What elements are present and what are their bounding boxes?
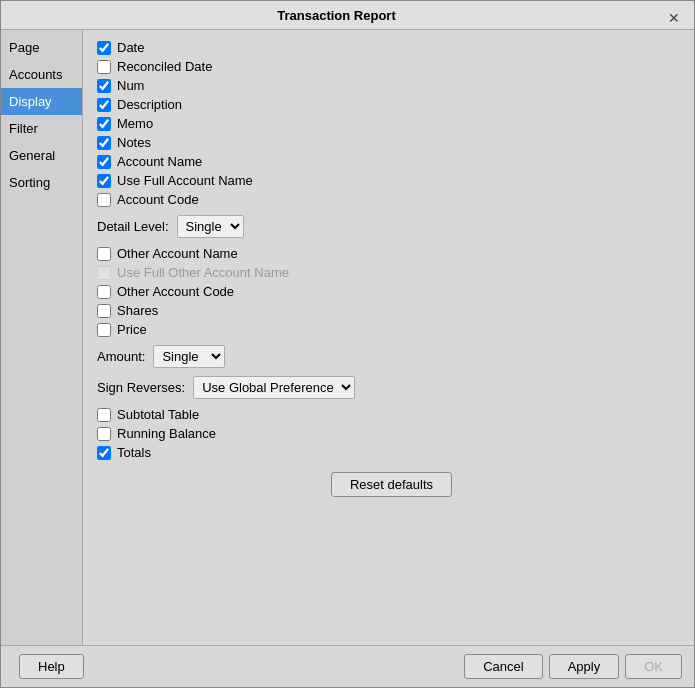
close-button[interactable]: ✕ <box>650 7 686 23</box>
sidebar-item-sorting[interactable]: Sorting <box>1 169 82 196</box>
checkbox-row-subtotal-table: Subtotal Table <box>97 407 680 422</box>
checkbox-row-num: Num <box>97 78 680 93</box>
detail-level-row: Detail Level:SingleMulti <box>97 215 680 238</box>
checkbox-date[interactable] <box>97 41 111 55</box>
checkbox-label: Reconciled Date <box>117 59 212 74</box>
checkbox-label: Account Code <box>117 192 199 207</box>
checkbox-price[interactable] <box>97 323 111 337</box>
checkbox-label: Description <box>117 97 182 112</box>
checkbox-subtotal-table[interactable] <box>97 408 111 422</box>
checkbox-row-other-account-name: Other Account Name <box>97 246 680 261</box>
checkbox-label: Running Balance <box>117 426 216 441</box>
sidebar: PageAccountsDisplayFilterGeneralSorting <box>1 30 83 645</box>
checkbox-other-account-code[interactable] <box>97 285 111 299</box>
checkbox-label: Subtotal Table <box>117 407 199 422</box>
transaction-report-window: Transaction Report ✕ PageAccountsDisplay… <box>0 0 695 688</box>
checkbox-row-notes: Notes <box>97 135 680 150</box>
sign-reverses-select[interactable]: Use Global PreferenceCredit accountsDebi… <box>193 376 355 399</box>
sidebar-item-page[interactable]: Page <box>1 34 82 61</box>
checkbox-label: Totals <box>117 445 151 460</box>
checkbox-row-totals: Totals <box>97 445 680 460</box>
reset-defaults-button[interactable]: Reset defaults <box>331 472 452 497</box>
checkbox-memo[interactable] <box>97 117 111 131</box>
main-panel: DateReconciled DateNumDescriptionMemoNot… <box>83 30 694 645</box>
ok-button[interactable]: OK <box>625 654 682 679</box>
checkbox-row-account-code: Account Code <box>97 192 680 207</box>
checkbox-label: Memo <box>117 116 153 131</box>
checkbox-row-use-full-account-name: Use Full Account Name <box>97 173 680 188</box>
sidebar-item-general[interactable]: General <box>1 142 82 169</box>
checkbox-totals[interactable] <box>97 446 111 460</box>
sidebar-item-accounts[interactable]: Accounts <box>1 61 82 88</box>
reset-row: Reset defaults <box>97 472 680 497</box>
checkbox-label: Use Full Other Account Name <box>117 265 289 280</box>
checkbox-row-reconciled-date: Reconciled Date <box>97 59 680 74</box>
checkbox-label: Use Full Account Name <box>117 173 253 188</box>
title-bar: Transaction Report ✕ <box>1 1 694 30</box>
window-title: Transaction Report <box>29 8 644 23</box>
amount-label: Amount: <box>97 349 145 364</box>
sidebar-item-display[interactable]: Display <box>1 88 82 115</box>
checkbox-notes[interactable] <box>97 136 111 150</box>
checkbox-use-full-other-account-name[interactable] <box>97 266 111 280</box>
checkbox-row-running-balance: Running Balance <box>97 426 680 441</box>
main-content: PageAccountsDisplayFilterGeneralSorting … <box>1 30 694 645</box>
sign-reverses-label: Sign Reverses: <box>97 380 185 395</box>
checkbox-row-date: Date <box>97 40 680 55</box>
checkbox-label: Num <box>117 78 144 93</box>
checkbox-running-balance[interactable] <box>97 427 111 441</box>
checkbox-label: Price <box>117 322 147 337</box>
checkbox-label: Other Account Name <box>117 246 238 261</box>
checkbox-other-account-name[interactable] <box>97 247 111 261</box>
checkbox-row-shares: Shares <box>97 303 680 318</box>
checkbox-reconciled-date[interactable] <box>97 60 111 74</box>
checkbox-row-use-full-other-account-name: Use Full Other Account Name <box>97 265 680 280</box>
cancel-button[interactable]: Cancel <box>464 654 542 679</box>
checkbox-label: Other Account Code <box>117 284 234 299</box>
checkbox-account-code[interactable] <box>97 193 111 207</box>
checkbox-row-description: Description <box>97 97 680 112</box>
checkbox-shares[interactable] <box>97 304 111 318</box>
checkbox-use-full-account-name[interactable] <box>97 174 111 188</box>
checkbox-label: Notes <box>117 135 151 150</box>
checkbox-row-other-account-code: Other Account Code <box>97 284 680 299</box>
sign-reverses-row: Sign Reverses:Use Global PreferenceCredi… <box>97 376 680 399</box>
amount-row: Amount:SingleDouble <box>97 345 680 368</box>
help-button[interactable]: Help <box>19 654 84 679</box>
amount-select[interactable]: SingleDouble <box>153 345 225 368</box>
checkbox-label: Date <box>117 40 144 55</box>
checkbox-row-account-name: Account Name <box>97 154 680 169</box>
apply-button[interactable]: Apply <box>549 654 620 679</box>
detail-level-select[interactable]: SingleMulti <box>177 215 244 238</box>
detail-level-label: Detail Level: <box>97 219 169 234</box>
bottom-bar: Help Cancel Apply OK <box>1 645 694 687</box>
checkbox-label: Shares <box>117 303 158 318</box>
checkbox-label: Account Name <box>117 154 202 169</box>
checkbox-row-memo: Memo <box>97 116 680 131</box>
sidebar-item-filter[interactable]: Filter <box>1 115 82 142</box>
checkbox-row-price: Price <box>97 322 680 337</box>
checkbox-num[interactable] <box>97 79 111 93</box>
checkbox-description[interactable] <box>97 98 111 112</box>
checkbox-account-name[interactable] <box>97 155 111 169</box>
